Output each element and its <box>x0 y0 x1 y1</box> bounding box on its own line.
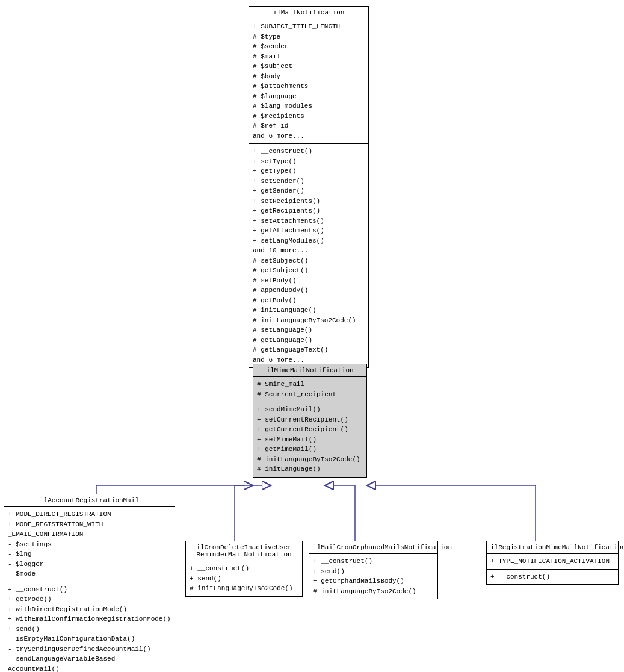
ilRegistrationMimeMailNotification-title: ilRegistrationMimeMailNotification <box>487 541 618 554</box>
ilMimeMailNotification-properties: # $mime_mail # $current_recipient <box>253 377 366 402</box>
ilAccountRegistrationMail-properties: + MODE_DIRECT_REGISTRATION + MODE_REGIST… <box>4 507 175 582</box>
ilMailNotification-properties: + SUBJECT_TITLE_LENGTH # $type # $sender… <box>249 19 368 144</box>
ilMailNotification-box: ilMailNotification + SUBJECT_TITLE_LENGT… <box>249 6 369 368</box>
ilRegistrationMimeMailNotification-properties: + TYPE_NOTIFICATION_ACTIVATION <box>487 554 618 570</box>
ilCronDeleteInactiveUser-title: ilCronDeleteInactiveUser ReminderMailNot… <box>186 541 302 561</box>
ilMailCronOrphanedMailsNotification-box: ilMailCronOrphanedMailsNotification + __… <box>309 541 438 599</box>
ilMailNotification-title: ilMailNotification <box>249 7 368 19</box>
ilCronDeleteInactiveUser-methods: + __construct() + send() # initLanguageB… <box>186 561 302 596</box>
ilMimeMailNotification-box: ilMimeMailNotification # $mime_mail # $c… <box>253 364 367 478</box>
ilRegistrationMimeMailNotification-methods: + __construct() <box>487 570 618 585</box>
ilCronDeleteInactiveUser-box: ilCronDeleteInactiveUser ReminderMailNot… <box>185 541 303 597</box>
ilMailCronOrphanedMailsNotification-methods: + __construct() + send() + getOrphandMai… <box>309 554 437 599</box>
ilMailCronOrphanedMailsNotification-title: ilMailCronOrphanedMailsNotification <box>309 541 437 554</box>
uml-diagram: ilMailNotification + SUBJECT_TITLE_LENGT… <box>0 0 624 672</box>
ilMimeMailNotification-methods: + sendMimeMail() + setCurrentRecipient()… <box>253 402 366 477</box>
ilRegistrationMimeMailNotification-box: ilRegistrationMimeMailNotification + TYP… <box>486 541 619 585</box>
ilMimeMailNotification-title: ilMimeMailNotification <box>253 364 366 377</box>
ilAccountRegistrationMail-box: ilAccountRegistrationMail + MODE_DIRECT_… <box>4 494 175 672</box>
ilAccountRegistrationMail-title: ilAccountRegistrationMail <box>4 494 175 507</box>
ilMailNotification-methods: + __construct() + setType() + getType() … <box>249 144 368 367</box>
ilAccountRegistrationMail-methods: + __construct() + getMode() + withDirect… <box>4 582 175 673</box>
